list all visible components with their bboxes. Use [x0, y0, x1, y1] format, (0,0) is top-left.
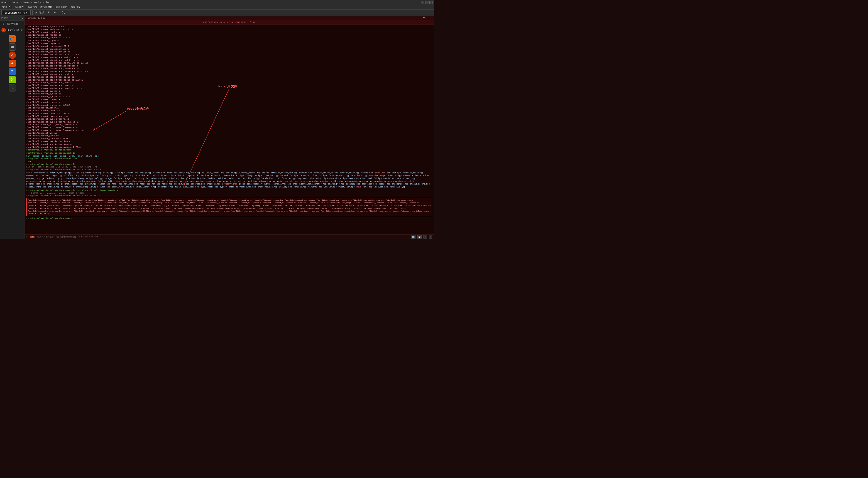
- term-line-2: /usr/lib/libboost_python37.so.1.75.0: [26, 28, 432, 31]
- file-generator_iterator: generator_iterator.hpp: [403, 175, 429, 177]
- term-line-22: /usr/lib/libboost_stacktrace_noop.so: [26, 84, 432, 87]
- toolbar-separator2: [59, 10, 59, 15]
- file-any: any.hpp: [93, 172, 101, 174]
- status-icon-3[interactable]: 🖥: [424, 235, 427, 239]
- file-preprocessor: preprocessor.hpp: [26, 183, 45, 185]
- file-cstdint: cstdint.hpp: [81, 175, 94, 177]
- bf-program-opts: /usr/lib/libboost_program_options.a: [133, 207, 171, 210]
- file-smart_ptr: smart_ptr.hpp: [362, 183, 377, 185]
- sidebar: 收藏夹 ◀ ▷ 我的计算机 Ubuntu 64 位: [0, 16, 25, 239]
- titlebar-controls[interactable]: ─ □ ✕: [421, 1, 433, 4]
- file-mpl: mpl.hpp: [43, 180, 51, 183]
- maximize-btn[interactable]: □: [425, 1, 429, 4]
- term-ls-result: bin games include lib lib32 local sbin s…: [26, 155, 432, 157]
- file-cxx11_char_types: cxx11_char_types.hpp: [110, 175, 133, 177]
- menu-tab[interactable]: 选项卡(B): [54, 5, 69, 9]
- bf-locale-so: /usr/lib/libboost_locale.so: [114, 205, 143, 207]
- menu-edit[interactable]: 编辑(E): [13, 5, 26, 9]
- file-tuple: tuple: [175, 186, 181, 188]
- file-random: random.hpp: [98, 183, 110, 185]
- toolbar-manage[interactable]: ▶ 继续: [34, 10, 45, 15]
- file-assert: assert.hpp: [127, 172, 138, 174]
- file-lambda: lambda: [208, 178, 215, 180]
- file-function: function.hpp: [313, 175, 327, 177]
- status-icon-2[interactable]: 💾: [417, 235, 422, 239]
- sidebar-header: 收藏夹 ◀: [0, 16, 24, 21]
- term-ls2-result: bin etc games include lib lib32 local sb…: [26, 166, 432, 169]
- term-line-4: /usr/lib/libboost_random.so: [26, 34, 432, 36]
- file-aligned_storage: aligned_storage.hpp: [50, 172, 72, 174]
- file-pointer_to_other: pointer_to_other.hpp: [320, 180, 343, 183]
- menu-view[interactable]: 查看(V): [26, 5, 38, 9]
- file-static_string: static_string.hpp: [26, 186, 46, 188]
- files-icon[interactable]: [9, 43, 16, 51]
- ubuntu-icon: [1, 28, 6, 32]
- sidebar-label-mypc: 我的计算机: [7, 22, 18, 25]
- terminal-container[interactable]: ● 3月14日 17：29 🔍 ⛶ ✕ root@havealex-virtua…: [25, 16, 434, 239]
- file-shared_array: shared_array.hpp: [272, 183, 291, 185]
- search-icon[interactable]: 🔍: [423, 17, 426, 19]
- term-line-3: /usr/lib/libboost_random.a: [26, 31, 432, 34]
- vm-tab-ubuntu[interactable]: 🖥 Ubuntu 64 位 ✕: [1, 10, 31, 15]
- term-line-28: /usr/lib/libboost_thread.so: [26, 101, 432, 104]
- fullscreen-icon[interactable]: ⛶: [427, 17, 429, 19]
- file-endian: endian.hpp: [211, 175, 222, 177]
- file-algorithm: algorithm: [81, 172, 91, 174]
- file-signals2: signals2.hpp: [346, 183, 360, 185]
- term-line-26: /usr/lib/libboost_system.so.1.75.0: [26, 95, 432, 98]
- term-final-prompt: root@havealex-virtual-machine:/usr$: [26, 217, 432, 220]
- firefox-icon[interactable]: [9, 35, 16, 42]
- file-shared_ptr: shared_ptr.hpp: [328, 183, 344, 185]
- terminal-content[interactable]: /usr/lib/libboost_python37.so /usr/lib/l…: [25, 25, 434, 235]
- file-json: json.hpp: [197, 178, 206, 180]
- file-metaparse: metaparse.hpp: [26, 180, 41, 183]
- file-predef: predef.h: [404, 180, 414, 183]
- status-icon-1[interactable]: 🔄: [411, 235, 415, 239]
- bf-test-exec: /usr/lib/libboost_test_exec_monitor.a: [184, 210, 225, 212]
- term-ls-lib-cmd: root@havealex-virtual-machine:/usr$ ls /…: [26, 189, 432, 192]
- term-line-33: /usr/lib/libboost_type_erasure.a: [26, 115, 432, 118]
- app-icons: ⊙ A ? Qt ▶_: [0, 35, 24, 91]
- toolbar-snap[interactable]: ⏸: [46, 10, 51, 15]
- file-lexical_cast: lexical_cast.hpp: [227, 178, 246, 180]
- file-rational: rational.hpp: [124, 183, 138, 185]
- file-variant2: variant2.hpp: [308, 186, 322, 188]
- file-nondet_random: nondet_random.hpp: [158, 180, 177, 183]
- bf-log-setup: /usr/lib/libboost_log_setup.a: [198, 205, 229, 207]
- bf-unit-test: /usr/lib/libboost_unit_test_framework.a: [320, 210, 363, 212]
- settings-icon[interactable]: A: [9, 60, 16, 67]
- bottom-files-grid: /usr/lib/libboost_atomic.a /usr/lib/libb…: [28, 199, 431, 215]
- menu-vm[interactable]: 虚拟机(M): [39, 5, 54, 9]
- green-app-icon[interactable]: Qt: [9, 76, 16, 83]
- file-noncopyable: noncopyable.hpp: [138, 180, 156, 183]
- minimize-btn[interactable]: ─: [421, 1, 424, 4]
- help-icon[interactable]: ?: [9, 68, 16, 75]
- term-line-41: /usr/lib/libboost_wave.so.1.75.0: [26, 138, 432, 140]
- bf-math-c99l: /usr/lib/libboost_math_c99l.so: [364, 205, 397, 207]
- toolbar-fullscreen[interactable]: ⛶: [61, 10, 66, 15]
- menu-help[interactable]: 帮助(H): [69, 5, 82, 9]
- file-abs: abs.h: [26, 172, 32, 174]
- term-line-12: /usr/lib/libboost_stacktrace_addr2line.a: [26, 56, 432, 59]
- file-detail: detail: [152, 175, 159, 177]
- close-btn[interactable]: ✕: [429, 1, 433, 4]
- sidebar-item-ubuntu[interactable]: Ubuntu 64 位: [0, 27, 24, 33]
- ubuntu-app-icon[interactable]: ⊙: [9, 52, 16, 59]
- file-type_index: type_index.hpp: [183, 186, 199, 188]
- vm-tab-close[interactable]: ✕: [26, 11, 28, 14]
- toolbar-power[interactable]: ⏹: [52, 10, 57, 15]
- sidebar-collapse-icon[interactable]: ◀: [22, 17, 23, 20]
- term-line-17: /usr/lib/libboost_stacktrace_backtrace.s…: [26, 70, 432, 73]
- bf-math-c99: /usr/lib/libboost_math_c99.a: [298, 205, 329, 207]
- file-beast: beast.hpp: [167, 172, 177, 174]
- terminal-icon[interactable]: ▶_: [9, 84, 16, 91]
- close-topbar-icon[interactable]: ✕: [431, 17, 432, 19]
- vmware-menubar: 文件(F) 编辑(E) 查看(V) 虚拟机(M) 选项卡(B) 帮助(H): [0, 5, 434, 9]
- file-local_function: local_function.hpp: [275, 178, 296, 180]
- sidebar-item-mypc[interactable]: ▷ 我的计算机: [0, 21, 24, 27]
- term-line-25: /usr/lib/libboost_system.so: [26, 93, 432, 95]
- file-unordered_set: unordered_set.hpp: [258, 186, 277, 188]
- ime-status: 中: [26, 235, 28, 238]
- status-icon-4[interactable]: ⚙: [429, 235, 432, 239]
- menu-file[interactable]: 文件(F): [1, 5, 13, 9]
